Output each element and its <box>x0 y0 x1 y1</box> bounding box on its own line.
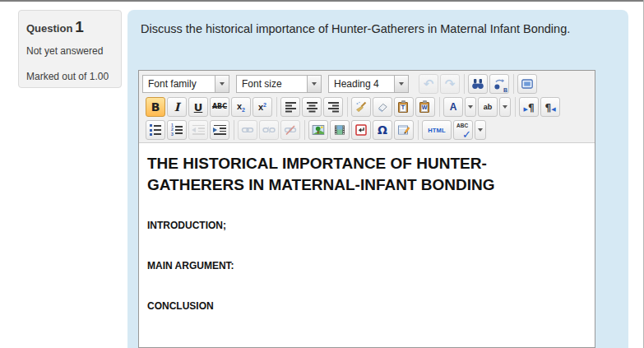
html-icon: HTML <box>428 127 446 134</box>
underline-icon: U <box>194 102 203 113</box>
cleanup-paste-group: T W <box>348 97 440 117</box>
font-size-select[interactable]: Font size <box>236 75 322 93</box>
question-marks: Marked out of 1.00 <box>26 71 114 82</box>
link-icon <box>241 123 254 137</box>
eraser-icon <box>376 100 389 114</box>
outdent-button[interactable] <box>188 120 208 140</box>
redo-button[interactable]: ↷ <box>440 74 460 94</box>
subscript-icon: x2 <box>237 101 245 113</box>
omega-icon: Ω <box>378 124 387 136</box>
align-right-icon <box>327 101 340 113</box>
html-source-button[interactable]: HTML <box>422 120 452 140</box>
paste-word-icon: W <box>419 100 431 114</box>
undo-redo-group: ↶ ↷ <box>415 74 465 94</box>
triangle-icon <box>312 82 317 86</box>
italic-icon: I <box>174 100 180 114</box>
superscript-button[interactable]: x2 <box>253 97 272 117</box>
font-family-select[interactable]: Font family <box>142 75 229 93</box>
chevron-down-icon[interactable] <box>215 76 229 92</box>
toolbar-row-3: 1 2 3 <box>142 118 591 142</box>
question-label: Question <box>26 22 72 35</box>
font-size-value: Font size <box>237 76 307 92</box>
paste-word-button[interactable]: W <box>415 97 435 117</box>
numbered-list-button[interactable]: 1 2 3 <box>167 120 187 140</box>
paintbrush-icon <box>354 100 368 114</box>
insert-image-button[interactable] <box>308 120 328 140</box>
align-group <box>277 97 348 117</box>
rich-text-editor: Font family Font size Heading 4 ↶ <box>138 70 595 348</box>
page-top-border <box>0 0 644 2</box>
align-left-button[interactable] <box>280 97 300 117</box>
answer-paragraph: MAIN ARGUMENT: <box>147 260 586 271</box>
undo-button[interactable]: ↶ <box>419 74 438 94</box>
underline-button[interactable]: U <box>188 97 208 117</box>
nonbreaking-icon <box>354 123 368 137</box>
answer-paragraph: CONCLUSION <box>147 300 586 312</box>
bold-icon: B <box>151 101 160 113</box>
editor-content-area[interactable]: THE HISTORICAL IMPORTANCE OF HUNTER-GATH… <box>139 142 595 347</box>
toolbar-row-2: B I U ABC x2 <box>142 95 591 118</box>
triangle-icon <box>220 82 225 86</box>
font-family-value: Font family <box>143 76 215 92</box>
special-character-button[interactable]: Ω <box>373 120 392 140</box>
align-right-button[interactable] <box>323 97 343 117</box>
fullscreen-button[interactable] <box>517 74 537 94</box>
insert-group: Ω <box>305 120 419 140</box>
subscript-button[interactable]: x2 <box>231 97 251 117</box>
nonbreaking-space-button[interactable] <box>351 120 371 140</box>
align-center-button[interactable] <box>302 97 322 117</box>
chevron-down-icon <box>468 105 473 109</box>
find-group: B <box>465 74 514 94</box>
insert-link-button[interactable] <box>238 120 257 140</box>
rtl-button[interactable]: ¶◀ <box>540 97 560 117</box>
align-left-icon <box>285 101 297 113</box>
redo-icon: ↷ <box>445 78 456 90</box>
insert-table-button[interactable] <box>394 120 414 140</box>
find-replace-button[interactable]: B <box>489 74 509 94</box>
undo-icon: ↶ <box>424 78 434 90</box>
quiz-page: Question1 Not yet answered Marked out of… <box>0 0 644 348</box>
indent-icon <box>213 124 226 137</box>
unlink-button[interactable] <box>259 120 279 140</box>
ltr-icon: ▶¶ <box>523 100 534 114</box>
no-link-icon <box>284 123 297 137</box>
indent-button[interactable] <box>210 120 229 140</box>
text-color-icon: A <box>450 101 457 113</box>
insert-media-button[interactable] <box>330 120 350 140</box>
chevron-down-icon[interactable] <box>307 76 321 92</box>
text-color-dropdown[interactable] <box>465 97 476 117</box>
question-content-panel: Discuss the historical importance of Hun… <box>127 10 628 348</box>
numbered-list-icon: 1 2 3 <box>171 123 183 137</box>
format-value: Heading 4 <box>329 76 394 92</box>
highlight-color-button[interactable]: ab <box>478 97 498 117</box>
strikethrough-button[interactable]: ABC <box>210 97 229 117</box>
remove-format-button[interactable] <box>373 97 392 117</box>
superscript-icon: x2 <box>258 102 266 112</box>
outdent-icon <box>192 124 205 137</box>
bullet-list-button[interactable] <box>146 120 165 140</box>
spellcheck-button[interactable]: ABC ✓ <box>453 120 473 140</box>
cleanup-button[interactable] <box>351 97 371 117</box>
format-select[interactable]: Heading 4 <box>328 75 409 93</box>
prevent-autolink-button[interactable] <box>280 120 300 140</box>
chevron-down-icon[interactable] <box>394 76 408 92</box>
table-icon <box>397 123 410 137</box>
find-button[interactable] <box>468 74 488 94</box>
highlight-color-dropdown[interactable] <box>499 97 511 117</box>
strikethrough-icon: ABC <box>212 104 227 110</box>
answer-heading: THE HISTORICAL IMPORTANCE OF HUNTER-GATH… <box>147 153 517 195</box>
spellcheck-icon: ABC ✓ <box>456 123 470 137</box>
paste-text-button[interactable]: T <box>394 97 414 117</box>
italic-button[interactable]: I <box>167 97 187 117</box>
question-info-box: Question1 Not yet answered Marked out of… <box>18 10 122 88</box>
color-group: A ab <box>440 97 516 117</box>
chevron-down-icon <box>503 105 507 109</box>
ltr-button[interactable]: ▶¶ <box>519 97 539 117</box>
paste-text-icon: T <box>398 100 410 114</box>
align-center-icon <box>306 101 318 113</box>
spellcheck-dropdown[interactable] <box>475 120 486 140</box>
text-color-button[interactable]: A <box>443 97 463 117</box>
bold-button[interactable]: B <box>146 97 165 117</box>
toolbar-row-1: Font family Font size Heading 4 ↶ <box>142 72 591 95</box>
rtl-icon: ¶◀ <box>544 100 555 114</box>
